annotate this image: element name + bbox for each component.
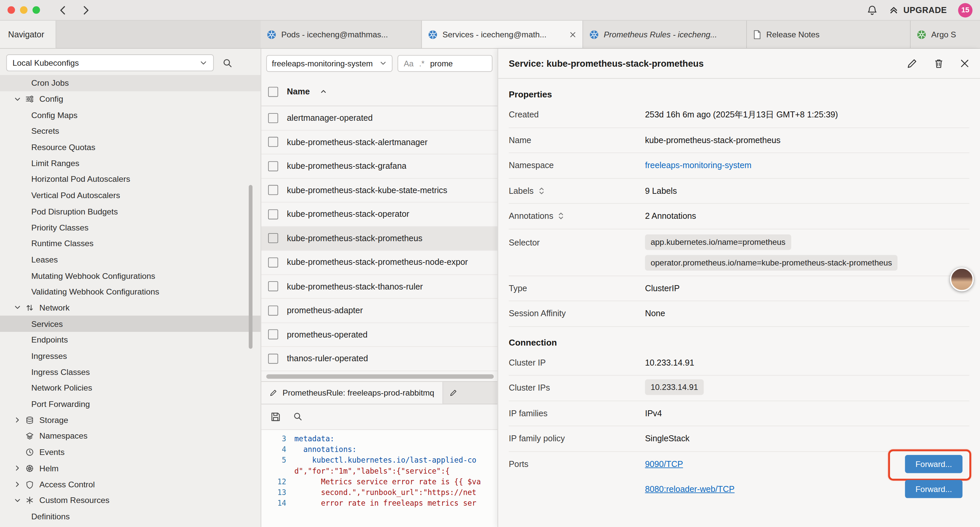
dock-tab-partial[interactable] xyxy=(443,382,460,404)
close-window-button[interactable] xyxy=(7,6,15,14)
edit-icon[interactable] xyxy=(907,58,918,69)
delete-icon[interactable] xyxy=(934,58,943,69)
table-row[interactable]: kube-prometheus-stack-grafana xyxy=(261,154,497,178)
chevron-right-icon[interactable] xyxy=(14,465,26,472)
table-row[interactable]: kube-prometheus-stack-prometheus-node-ex… xyxy=(261,250,497,274)
forward-icon[interactable] xyxy=(81,5,91,15)
match-case-toggle[interactable]: Aa xyxy=(404,58,413,68)
editor-search-icon[interactable] xyxy=(293,412,302,421)
chevron-down-icon[interactable] xyxy=(14,497,26,504)
chevron-down-icon[interactable] xyxy=(14,96,26,103)
table-row[interactable]: thanos-ruler-operated xyxy=(261,347,497,371)
sidebar-item-config-maps[interactable]: Config Maps xyxy=(0,107,261,123)
yaml-editor[interactable]: 3metadata:4 annotations:5 kubectl.kubern… xyxy=(261,430,497,527)
sidebar-item-port-forwarding[interactable]: Port Forwarding xyxy=(0,396,261,412)
port-link[interactable]: 9090/TCP xyxy=(645,459,683,469)
sidebar-item-ingress-classes[interactable]: Ingress Classes xyxy=(0,364,261,380)
row-checkbox[interactable] xyxy=(268,185,278,195)
sidebar-item-vertical-pod-autoscalers[interactable]: Vertical Pod Autoscalers xyxy=(0,188,261,204)
sidebar-item-leases[interactable]: Leases xyxy=(0,252,261,267)
sidebar-item-priority-classes[interactable]: Priority Classes xyxy=(0,220,261,236)
chevron-right-icon[interactable] xyxy=(14,416,26,424)
sidebar-item-resource-quotas[interactable]: Resource Quotas xyxy=(0,139,261,155)
sidebar-item-custom-resources[interactable]: Custom Resources xyxy=(0,492,261,508)
row-checkbox[interactable] xyxy=(268,282,278,291)
sidebar-item-endpoints[interactable]: Endpoints xyxy=(0,332,261,348)
sidebar-item-config[interactable]: Config xyxy=(0,91,261,107)
kubeconfig-selector[interactable]: Local Kubeconfigs xyxy=(6,54,214,72)
sidebar-item-services[interactable]: Services xyxy=(0,316,261,332)
table-row[interactable]: prometheus-operated xyxy=(261,323,497,347)
sidebar-item-secrets[interactable]: Secrets xyxy=(0,123,261,139)
row-checkbox[interactable] xyxy=(268,330,278,339)
notifications-bell-icon[interactable] xyxy=(867,5,878,15)
row-checkbox[interactable] xyxy=(268,257,278,267)
table-horizontal-scrollbar[interactable] xyxy=(266,374,494,378)
table-row[interactable]: kube-prometheus-stack-thanos-ruler xyxy=(261,274,497,299)
table-row[interactable]: alertmanager-operated xyxy=(261,107,497,131)
navigator-tab[interactable]: Navigator xyxy=(0,21,56,48)
code-line[interactable]: 5 kubectl.kubernetes.io/last-applied-co xyxy=(261,455,497,466)
user-avatar[interactable] xyxy=(950,267,974,291)
select-all-checkbox[interactable] xyxy=(268,87,278,97)
row-checkbox[interactable] xyxy=(268,113,278,123)
close-tab-icon[interactable] xyxy=(570,31,576,38)
notification-count-badge[interactable]: 15 xyxy=(958,3,972,17)
sidebar-scrollbar[interactable] xyxy=(249,185,253,349)
row-checkbox[interactable] xyxy=(268,306,278,315)
sidebar-item-events[interactable]: Events xyxy=(0,444,261,460)
sidebar-item-network-policies[interactable]: Network Policies xyxy=(0,380,261,396)
forward-button[interactable]: Forward... xyxy=(905,480,963,498)
tab-pods-icecheng-mathmas[interactable]: Pods - icecheng@mathmas... xyxy=(261,21,422,48)
unfold-icon[interactable] xyxy=(558,212,565,220)
regex-toggle[interactable]: .* xyxy=(419,58,425,68)
tab-argo-s[interactable]: Argo S xyxy=(911,21,980,48)
minimize-window-button[interactable] xyxy=(20,6,27,14)
namespace-link[interactable]: freeleaps-monitoring-system xyxy=(645,161,751,170)
row-checkbox[interactable] xyxy=(268,137,278,147)
dock-tab-prometheusrule[interactable]: PrometheusRule: freeleaps-prod-rabbitmq xyxy=(261,382,443,404)
code-line[interactable]: d","for":"1m","labels":{"service":{ xyxy=(261,466,497,476)
table-row[interactable]: kube-prometheus-stack-kube-state-metrics xyxy=(261,178,497,202)
sort-asc-icon[interactable] xyxy=(320,88,327,95)
sidebar-item-network[interactable]: Network xyxy=(0,300,261,316)
close-icon[interactable] xyxy=(960,59,969,68)
row-checkbox[interactable] xyxy=(268,161,278,171)
sidebar-item-cron-jobs[interactable]: Cron Jobs xyxy=(0,75,261,91)
code-line[interactable]: 13 second.","runbook_url":"https://net xyxy=(261,487,497,498)
row-checkbox[interactable] xyxy=(268,233,278,243)
sidebar-item-helm[interactable]: Helm xyxy=(0,460,261,476)
sidebar-search-icon[interactable] xyxy=(223,58,232,68)
port-link[interactable]: 8080:reloader-web/TCP xyxy=(645,484,735,494)
sidebar-item-limit-ranges[interactable]: Limit Ranges xyxy=(0,155,261,171)
code-line[interactable]: 12 Metrics service error rate is {{ $va xyxy=(261,476,497,487)
sidebar-item-mutating-webhook-configurations[interactable]: Mutating Webhook Configurations xyxy=(0,267,261,283)
sidebar-item-runtime-classes[interactable]: Runtime Classes xyxy=(0,236,261,252)
table-row[interactable]: prometheus-adapter xyxy=(261,299,497,323)
table-row[interactable]: kube-prometheus-stack-operator xyxy=(261,202,497,226)
annotations-value[interactable]: 2 Annotations xyxy=(645,212,969,221)
sidebar-item-pod-disruption-budgets[interactable]: Pod Disruption Budgets xyxy=(0,204,261,220)
chevron-down-icon[interactable] xyxy=(14,304,26,311)
tab-release-notes[interactable]: Release Notes xyxy=(747,21,911,48)
sidebar-item-ingresses[interactable]: Ingresses xyxy=(0,348,261,364)
list-search-input[interactable]: Aa .* prome xyxy=(398,55,493,72)
labels-value[interactable]: 9 Labels xyxy=(645,186,969,196)
back-icon[interactable] xyxy=(57,5,68,15)
table-row[interactable]: kube-prometheus-stack-prometheus xyxy=(261,226,497,250)
row-checkbox[interactable] xyxy=(268,209,278,219)
name-column-header[interactable]: Name xyxy=(287,87,310,96)
upgrade-button[interactable]: UPGRADE xyxy=(889,5,947,15)
sidebar-item-horizontal-pod-autoscalers[interactable]: Horizontal Pod Autoscalers xyxy=(0,172,261,188)
sidebar-item-access-control[interactable]: Access Control xyxy=(0,476,261,492)
sidebar-item-definitions[interactable]: Definitions xyxy=(0,508,261,524)
chevron-right-icon[interactable] xyxy=(14,481,26,488)
sidebar-item-validating-webhook-configurations[interactable]: Validating Webhook Configurations xyxy=(0,284,261,300)
sidebar-item-storage[interactable]: Storage xyxy=(0,412,261,428)
table-row[interactable]: kube-prometheus-stack-alertmanager xyxy=(261,131,497,154)
tab-prometheus-rules-icecheng[interactable]: Prometheus Rules - icecheng... xyxy=(583,21,747,48)
tab-services-icecheng-math[interactable]: Services - icecheng@math... xyxy=(422,21,583,48)
save-icon[interactable] xyxy=(270,412,280,422)
forward-button[interactable]: Forward... xyxy=(905,455,963,473)
code-line[interactable]: 3metadata: xyxy=(261,433,497,444)
